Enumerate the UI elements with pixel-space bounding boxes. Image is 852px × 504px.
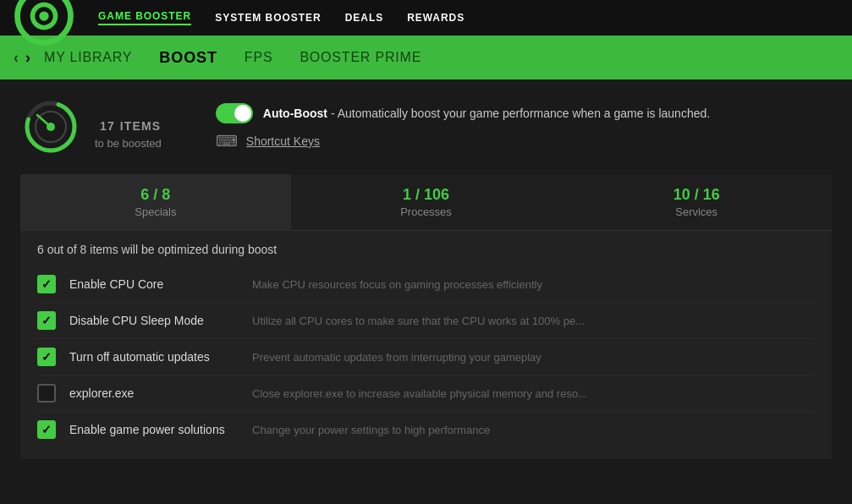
green-nav-booster-prime[interactable]: BOOSTER PRIME bbox=[300, 50, 421, 65]
tab-services[interactable]: 10 / 16 Services bbox=[561, 174, 832, 231]
nav-back-arrow[interactable]: ‹ bbox=[14, 49, 19, 67]
svg-line-7 bbox=[37, 115, 51, 127]
app-logo bbox=[14, 0, 74, 50]
boost-item-checkbox-2[interactable] bbox=[37, 348, 56, 366]
stats-row: 17ITEMS to be boosted Auto-Boost - Autom… bbox=[20, 96, 832, 157]
tab-services-label: Services bbox=[675, 205, 717, 218]
nav-forward-arrow[interactable]: › bbox=[25, 49, 30, 67]
shortcut-keys-link[interactable]: Shortcut Keys bbox=[246, 134, 320, 148]
main-content: 17ITEMS to be boosted Auto-Boost - Autom… bbox=[0, 79, 852, 473]
items-label: ITEMS bbox=[120, 119, 161, 133]
tabs-row: 6 / 8 Specials 1 / 106 Processes 10 / 16… bbox=[20, 174, 832, 231]
auto-boost-text: Auto-Boost - Automatically boost your ga… bbox=[263, 107, 710, 120]
boost-list-item: Enable game power solutionsChange your p… bbox=[37, 412, 815, 447]
boost-item-checkbox-0[interactable] bbox=[37, 275, 56, 293]
tab-services-count: 10 / 16 bbox=[673, 186, 720, 204]
auto-boost-row: Auto-Boost - Automatically boost your ga… bbox=[216, 103, 710, 123]
items-sub-label: to be boosted bbox=[95, 137, 162, 150]
gauge-area: 17ITEMS to be boosted bbox=[20, 96, 162, 157]
boost-item-checkbox-1[interactable] bbox=[37, 311, 56, 330]
shortcut-row: ⌨ Shortcut Keys bbox=[216, 132, 710, 151]
svg-point-2 bbox=[39, 11, 48, 20]
boost-gauge bbox=[20, 96, 81, 157]
boost-item-desc-3: Close explorer.exe to increase available… bbox=[252, 387, 815, 400]
keyboard-icon: ⌨ bbox=[216, 132, 238, 151]
boost-item-desc-2: Prevent automatic updates from interrupt… bbox=[252, 351, 815, 364]
items-number-value: 17 bbox=[100, 119, 115, 133]
top-nav-links: GAME BOOSTER SYSTEM BOOSTER DEALS REWARD… bbox=[98, 10, 464, 25]
top-nav-system-booster[interactable]: SYSTEM BOOSTER bbox=[215, 12, 321, 24]
auto-boost-toggle[interactable] bbox=[216, 103, 253, 123]
green-nav-my-library[interactable]: MY LIBRARY bbox=[44, 50, 132, 65]
gauge-svg bbox=[20, 96, 81, 157]
boost-item-name-0: Enable CPU Core bbox=[69, 277, 239, 291]
boost-items-list: Enable CPU CoreMake CPU resources focus … bbox=[37, 266, 815, 447]
green-nav-bar: ‹ › MY LIBRARY BOOST FPS BOOSTER PRIME bbox=[0, 36, 852, 79]
boost-item-name-3: explorer.exe bbox=[69, 386, 239, 400]
auto-boost-label-rest: - Automatically boost your game performa… bbox=[327, 107, 710, 120]
green-nav-fps[interactable]: FPS bbox=[245, 50, 273, 65]
tab-processes-count: 1 / 106 bbox=[403, 186, 449, 204]
boost-item-desc-1: Utilize all CPU cores to make sure that … bbox=[252, 315, 815, 327]
boost-item-checkbox-3[interactable] bbox=[37, 384, 56, 403]
nav-arrows: ‹ › bbox=[14, 49, 30, 67]
green-nav-links: MY LIBRARY BOOST FPS BOOSTER PRIME bbox=[44, 49, 421, 67]
auto-boost-area: Auto-Boost - Automatically boost your ga… bbox=[216, 103, 710, 151]
items-count: 17ITEMS bbox=[95, 105, 162, 135]
boost-list-area: 6 out of 8 items will be optimized durin… bbox=[20, 231, 832, 459]
tab-specials-label: Specials bbox=[135, 205, 176, 218]
tab-processes[interactable]: 1 / 106 Processes bbox=[291, 174, 562, 231]
top-nav-game-booster[interactable]: GAME BOOSTER bbox=[98, 10, 191, 25]
boost-list-item: explorer.exeClose explorer.exe to increa… bbox=[37, 375, 815, 412]
boost-summary: 6 out of 8 items will be optimized durin… bbox=[37, 243, 815, 256]
green-nav-boost[interactable]: BOOST bbox=[159, 49, 217, 67]
boost-list-item: Enable CPU CoreMake CPU resources focus … bbox=[37, 266, 815, 303]
boost-item-checkbox-4[interactable] bbox=[37, 420, 56, 439]
top-nav-rewards[interactable]: REWARDS bbox=[407, 12, 464, 24]
boost-item-name-1: Disable CPU Sleep Mode bbox=[69, 314, 239, 327]
top-nav-bar: GAME BOOSTER SYSTEM BOOSTER DEALS REWARD… bbox=[0, 0, 852, 36]
tab-specials[interactable]: 6 / 8 Specials bbox=[20, 174, 291, 231]
boost-item-desc-4: Change your power settings to high perfo… bbox=[252, 424, 815, 436]
boost-list-item: Disable CPU Sleep ModeUtilize all CPU co… bbox=[37, 303, 815, 339]
boost-item-name-2: Turn off automatic updates bbox=[69, 350, 239, 364]
tab-processes-label: Processes bbox=[400, 205, 452, 218]
items-info: 17ITEMS to be boosted bbox=[95, 105, 162, 150]
boost-item-name-4: Enable game power solutions bbox=[69, 423, 239, 436]
top-nav-deals[interactable]: DEALS bbox=[345, 12, 383, 24]
boost-list-item: Turn off automatic updatesPrevent automa… bbox=[37, 339, 815, 375]
boost-item-desc-0: Make CPU resources focus on gaming proce… bbox=[252, 278, 815, 291]
tab-specials-count: 6 / 8 bbox=[140, 186, 170, 204]
auto-boost-label-strong: Auto-Boost bbox=[263, 107, 327, 120]
